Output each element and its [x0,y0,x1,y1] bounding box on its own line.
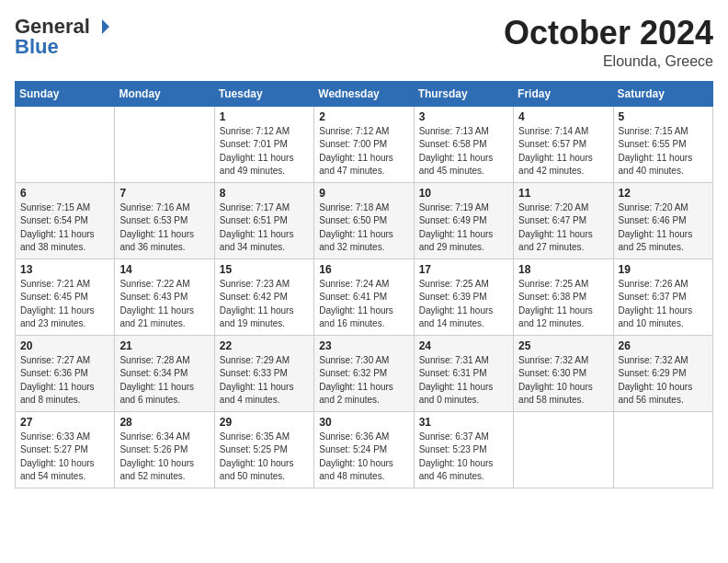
title-block: October 2024 Elounda, Greece [504,15,713,70]
logo: General Blue [15,15,111,59]
table-row [16,106,115,182]
col-tuesday: Tuesday [214,81,313,106]
day-number: 11 [518,187,608,200]
table-row: 26Sunrise: 7:32 AM Sunset: 6:29 PM Dayli… [613,335,712,411]
day-number: 30 [319,416,408,429]
day-info: Sunrise: 7:19 AM Sunset: 6:49 PM Dayligh… [419,201,508,255]
day-number: 9 [319,187,408,200]
day-number: 23 [319,339,408,352]
table-row [613,411,712,488]
table-row: 22Sunrise: 7:29 AM Sunset: 6:33 PM Dayli… [214,335,313,411]
day-info: Sunrise: 7:15 AM Sunset: 6:55 PM Dayligh… [619,125,708,178]
day-info: Sunrise: 6:33 AM Sunset: 5:27 PM Dayligh… [20,431,109,484]
calendar-table: Sunday Monday Tuesday Wednesday Thursday… [15,81,713,488]
page-header: General Blue October 2024 Elounda, Greec… [15,15,713,70]
day-number: 1 [220,110,309,123]
day-number: 31 [419,416,508,429]
day-number: 14 [119,263,209,276]
day-number: 20 [20,339,109,352]
table-row: 24Sunrise: 7:31 AM Sunset: 6:31 PM Dayli… [414,335,513,411]
page-container: General Blue October 2024 Elounda, Greec… [0,0,728,498]
day-info: Sunrise: 7:20 AM Sunset: 6:47 PM Dayligh… [518,201,608,255]
table-row: 13Sunrise: 7:21 AM Sunset: 6:45 PM Dayli… [16,259,115,335]
table-row: 20Sunrise: 7:27 AM Sunset: 6:36 PM Dayli… [16,335,115,411]
col-wednesday: Wednesday [314,81,414,106]
col-monday: Monday [115,81,214,106]
day-number: 13 [20,263,109,276]
table-row: 9Sunrise: 7:18 AM Sunset: 6:50 PM Daylig… [314,182,414,259]
table-row: 28Sunrise: 6:34 AM Sunset: 5:26 PM Dayli… [115,411,214,488]
day-number: 18 [518,263,608,276]
day-info: Sunrise: 7:22 AM Sunset: 6:43 PM Dayligh… [119,278,209,331]
day-number: 15 [220,263,309,276]
calendar-week-row: 1Sunrise: 7:12 AM Sunset: 7:01 PM Daylig… [16,106,713,182]
calendar-week-row: 13Sunrise: 7:21 AM Sunset: 6:45 PM Dayli… [16,259,713,335]
day-number: 5 [619,110,708,123]
day-number: 8 [220,187,309,200]
table-row: 8Sunrise: 7:17 AM Sunset: 6:51 PM Daylig… [214,182,313,259]
logo-blue-text: Blue [15,35,59,59]
svg-marker-0 [102,19,109,34]
day-number: 22 [220,339,309,352]
day-number: 28 [119,416,209,429]
col-thursday: Thursday [414,81,513,106]
day-number: 12 [619,187,708,200]
table-row: 3Sunrise: 7:13 AM Sunset: 6:58 PM Daylig… [414,106,513,182]
day-number: 27 [20,416,109,429]
table-row: 11Sunrise: 7:20 AM Sunset: 6:47 PM Dayli… [514,182,613,259]
day-info: Sunrise: 7:30 AM Sunset: 6:32 PM Dayligh… [319,354,408,408]
day-number: 19 [619,263,708,276]
col-sunday: Sunday [16,81,115,106]
day-number: 10 [419,187,508,200]
table-row: 10Sunrise: 7:19 AM Sunset: 6:49 PM Dayli… [414,182,513,259]
day-number: 6 [20,187,109,200]
day-info: Sunrise: 7:13 AM Sunset: 6:58 PM Dayligh… [419,125,508,178]
day-number: 29 [220,416,309,429]
table-row: 27Sunrise: 6:33 AM Sunset: 5:27 PM Dayli… [16,411,115,488]
day-number: 7 [119,187,209,200]
day-info: Sunrise: 7:28 AM Sunset: 6:34 PM Dayligh… [119,354,209,408]
day-number: 3 [419,110,508,123]
col-friday: Friday [514,81,613,106]
table-row: 19Sunrise: 7:26 AM Sunset: 6:37 PM Dayli… [613,259,712,335]
day-info: Sunrise: 6:37 AM Sunset: 5:23 PM Dayligh… [419,431,508,484]
table-row: 2Sunrise: 7:12 AM Sunset: 7:00 PM Daylig… [314,106,414,182]
table-row [115,106,214,182]
table-row: 29Sunrise: 6:35 AM Sunset: 5:25 PM Dayli… [214,411,313,488]
table-row: 18Sunrise: 7:25 AM Sunset: 6:38 PM Dayli… [514,259,613,335]
day-info: Sunrise: 6:36 AM Sunset: 5:24 PM Dayligh… [319,431,408,484]
table-row: 14Sunrise: 7:22 AM Sunset: 6:43 PM Dayli… [115,259,214,335]
calendar-title: October 2024 [504,15,713,52]
table-row: 30Sunrise: 6:36 AM Sunset: 5:24 PM Dayli… [314,411,414,488]
day-number: 24 [419,339,508,352]
table-row [514,411,613,488]
day-info: Sunrise: 7:15 AM Sunset: 6:54 PM Dayligh… [20,201,109,255]
table-row: 25Sunrise: 7:32 AM Sunset: 6:30 PM Dayli… [514,335,613,411]
day-info: Sunrise: 7:23 AM Sunset: 6:42 PM Dayligh… [220,278,309,331]
table-row: 21Sunrise: 7:28 AM Sunset: 6:34 PM Dayli… [115,335,214,411]
calendar-week-row: 27Sunrise: 6:33 AM Sunset: 5:27 PM Dayli… [16,411,713,488]
table-row: 12Sunrise: 7:20 AM Sunset: 6:46 PM Dayli… [613,182,712,259]
day-info: Sunrise: 7:21 AM Sunset: 6:45 PM Dayligh… [20,278,109,331]
day-info: Sunrise: 7:17 AM Sunset: 6:51 PM Dayligh… [220,201,309,255]
table-row: 23Sunrise: 7:30 AM Sunset: 6:32 PM Dayli… [314,335,414,411]
day-info: Sunrise: 7:26 AM Sunset: 6:37 PM Dayligh… [619,278,708,331]
day-info: Sunrise: 7:16 AM Sunset: 6:53 PM Dayligh… [119,201,209,255]
day-info: Sunrise: 7:25 AM Sunset: 6:39 PM Dayligh… [419,278,508,331]
day-number: 16 [319,263,408,276]
day-number: 26 [619,339,708,352]
day-info: Sunrise: 7:18 AM Sunset: 6:50 PM Dayligh… [319,201,408,255]
col-saturday: Saturday [613,81,712,106]
table-row: 31Sunrise: 6:37 AM Sunset: 5:23 PM Dayli… [414,411,513,488]
day-info: Sunrise: 6:34 AM Sunset: 5:26 PM Dayligh… [119,431,209,484]
day-info: Sunrise: 7:32 AM Sunset: 6:30 PM Dayligh… [518,354,608,408]
day-info: Sunrise: 7:12 AM Sunset: 7:00 PM Dayligh… [319,125,408,178]
day-info: Sunrise: 7:32 AM Sunset: 6:29 PM Dayligh… [619,354,708,408]
table-row: 17Sunrise: 7:25 AM Sunset: 6:39 PM Dayli… [414,259,513,335]
day-info: Sunrise: 7:24 AM Sunset: 6:41 PM Dayligh… [319,278,408,331]
day-info: Sunrise: 7:14 AM Sunset: 6:57 PM Dayligh… [518,125,608,178]
table-row: 4Sunrise: 7:14 AM Sunset: 6:57 PM Daylig… [514,106,613,182]
table-row: 6Sunrise: 7:15 AM Sunset: 6:54 PM Daylig… [16,182,115,259]
day-number: 25 [518,339,608,352]
calendar-week-row: 20Sunrise: 7:27 AM Sunset: 6:36 PM Dayli… [16,335,713,411]
